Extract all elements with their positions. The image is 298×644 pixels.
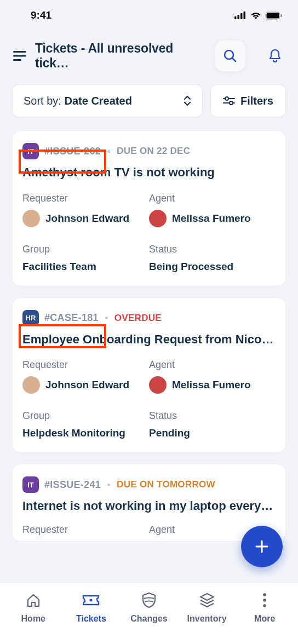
ticket-header: IT #ISSUE-262 DUE ON 22 DEC xyxy=(22,143,276,159)
ticket-title: Amethyst room TV is not working xyxy=(22,165,276,181)
status-value: Pending xyxy=(149,427,276,439)
nav-label: Home xyxy=(21,614,45,624)
avatar xyxy=(149,376,167,394)
workspace-chip: IT xyxy=(22,476,39,493)
avatar xyxy=(22,376,40,394)
search-icon xyxy=(223,49,237,63)
agent-value: Melissa Fumero xyxy=(149,376,276,394)
nav-label: Changes xyxy=(130,614,168,624)
ticket-id: #ISSUE-241 xyxy=(44,479,101,491)
bottom-nav: Home Tickets Changes Inventory More xyxy=(0,583,298,644)
battery-icon xyxy=(265,12,283,20)
svg-point-19 xyxy=(263,593,266,596)
agent-label: Agent xyxy=(149,193,276,204)
svg-point-13 xyxy=(225,97,228,100)
nav-tickets[interactable]: Tickets xyxy=(62,591,121,634)
ticket-icon xyxy=(82,591,100,610)
status-value: Being Processed xyxy=(149,261,276,273)
stack-icon xyxy=(198,591,216,610)
requester-label: Requester xyxy=(22,193,149,204)
workspace-chip: IT xyxy=(22,143,39,159)
chevron-up-down-icon xyxy=(184,95,191,107)
sort-label: Sort by: Date Created xyxy=(24,95,132,107)
status-label: Status xyxy=(149,410,276,422)
filters-button[interactable]: Filters xyxy=(210,84,286,117)
ticket-details: Requester Johnson Edward Agent Melissa F… xyxy=(22,193,276,273)
bell-icon xyxy=(268,48,282,64)
nav-label: More xyxy=(254,614,275,624)
ticket-title: Employee Onboarding Request from Nicol… xyxy=(22,332,276,348)
filters-label: Filters xyxy=(240,95,273,107)
avatar xyxy=(149,210,167,227)
menu-icon[interactable] xyxy=(12,48,27,64)
shield-icon xyxy=(140,591,158,610)
svg-rect-1 xyxy=(238,15,240,19)
svg-point-18 xyxy=(90,599,93,602)
page-title: Tickets - All unresolved tick… xyxy=(35,41,207,71)
create-ticket-fab[interactable] xyxy=(241,526,283,567)
avatar xyxy=(22,210,40,227)
ticket-title: Internet is not working in my laptop eve… xyxy=(22,498,276,514)
svg-point-21 xyxy=(263,604,266,607)
status-time: 9:41 xyxy=(31,9,51,21)
notifications-button[interactable] xyxy=(260,41,290,71)
ticket-card[interactable]: IT #ISSUE-262 DUE ON 22 DEC Amethyst roo… xyxy=(12,130,286,286)
nav-home[interactable]: Home xyxy=(4,591,62,634)
requester-value: Johnson Edward xyxy=(22,210,149,227)
controls-row: Sort by: Date Created Filters xyxy=(0,84,298,130)
status-label: Status xyxy=(149,244,276,255)
workspace-chip: HR xyxy=(22,310,39,326)
svg-line-11 xyxy=(232,58,236,61)
group-value: Helpdesk Monitoring xyxy=(22,427,149,439)
due-badge: DUE ON 22 DEC xyxy=(117,146,190,157)
dots-icon xyxy=(255,591,274,610)
ticket-header: IT #ISSUE-241 DUE ON TOMORROW xyxy=(22,476,276,493)
due-badge: OVERDUE xyxy=(114,313,162,324)
svg-rect-2 xyxy=(240,13,243,19)
group-label: Group xyxy=(22,410,149,422)
svg-rect-8 xyxy=(13,55,26,57)
requester-label: Requester xyxy=(22,524,149,536)
svg-rect-9 xyxy=(13,59,21,61)
svg-point-20 xyxy=(263,599,266,602)
ticket-id: #ISSUE-262 xyxy=(44,146,101,157)
filter-icon xyxy=(223,96,235,106)
due-badge: DUE ON TOMORROW xyxy=(117,479,215,490)
separator-dot xyxy=(105,317,108,319)
ticket-card[interactable]: IT #ISSUE-241 DUE ON TOMORROW Internet i… xyxy=(12,464,286,542)
ticket-id: #CASE-181 xyxy=(44,312,99,324)
status-icons xyxy=(234,11,283,20)
home-icon xyxy=(24,591,43,610)
svg-point-15 xyxy=(230,101,233,105)
ticket-details: Requester Agent xyxy=(22,524,276,541)
requester-label: Requester xyxy=(22,359,149,371)
group-label: Group xyxy=(22,244,149,255)
status-bar: 9:41 xyxy=(0,0,298,31)
svg-rect-5 xyxy=(267,13,279,18)
svg-rect-0 xyxy=(234,16,237,19)
svg-rect-7 xyxy=(13,51,26,53)
nav-changes[interactable]: Changes xyxy=(120,591,178,634)
fade-overlay xyxy=(0,574,298,583)
sort-button[interactable]: Sort by: Date Created xyxy=(12,84,203,117)
group-value: Facilities Team xyxy=(22,261,149,273)
svg-rect-6 xyxy=(281,14,282,17)
ticket-list: IT #ISSUE-262 DUE ON 22 DEC Amethyst roo… xyxy=(0,130,298,542)
ticket-header: HR #CASE-181 OVERDUE xyxy=(22,310,276,326)
ticket-details: Requester Johnson Edward Agent Melissa F… xyxy=(22,359,276,439)
nav-inventory[interactable]: Inventory xyxy=(178,591,236,634)
agent-label: Agent xyxy=(149,359,276,371)
agent-value: Melissa Fumero xyxy=(149,210,276,227)
nav-label: Inventory xyxy=(187,614,227,624)
requester-value: Johnson Edward xyxy=(22,376,149,394)
header: Tickets - All unresolved tick… xyxy=(0,31,298,84)
cellular-icon xyxy=(234,12,247,19)
separator-dot xyxy=(107,150,110,153)
search-button[interactable] xyxy=(215,41,245,71)
separator-dot xyxy=(107,484,110,486)
nav-more[interactable]: More xyxy=(236,591,294,634)
wifi-icon xyxy=(250,11,262,20)
plus-icon xyxy=(254,539,270,554)
ticket-card[interactable]: HR #CASE-181 OVERDUE Employee Onboarding… xyxy=(12,297,286,453)
svg-rect-3 xyxy=(244,12,246,19)
